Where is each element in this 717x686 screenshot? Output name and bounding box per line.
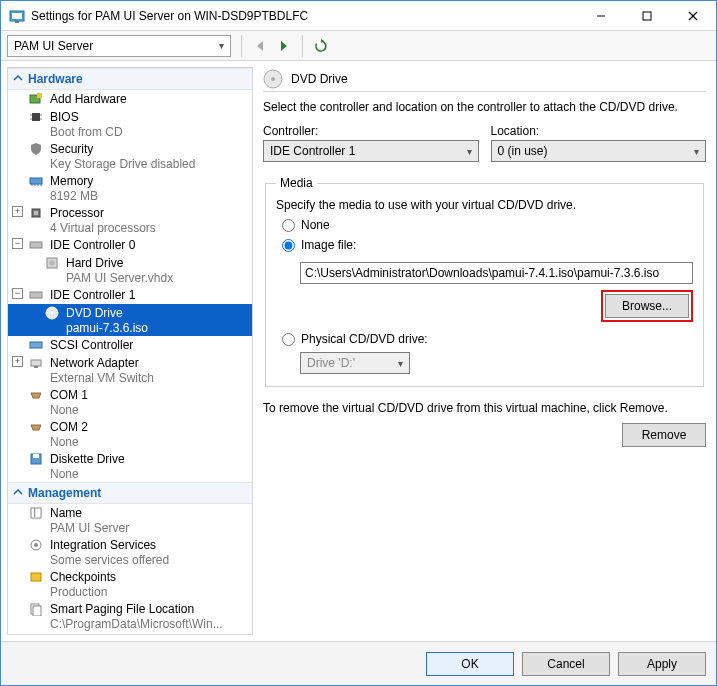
media-group: Media Specify the media to use with your…: [265, 176, 704, 387]
svg-marker-7: [257, 41, 263, 51]
tree-ide1[interactable]: − IDE Controller 1: [8, 286, 252, 304]
tree-checkpoints[interactable]: Checkpoints Production: [8, 568, 252, 600]
svg-rect-30: [30, 342, 42, 348]
nav-forward-button[interactable]: [272, 35, 296, 57]
physical-drive-dropdown: Drive 'D:' ▾: [300, 352, 410, 374]
paging-icon: [28, 601, 44, 617]
disc-icon: [44, 305, 60, 321]
toolbar-separator: [241, 35, 242, 57]
radio-image-input[interactable]: [282, 239, 295, 252]
svg-rect-27: [30, 292, 42, 298]
location-dropdown[interactable]: 0 (in use) ▾: [491, 140, 707, 162]
radio-physical[interactable]: Physical CD/DVD drive:: [282, 332, 693, 346]
tree-paging[interactable]: Smart Paging File Location C:\ProgramDat…: [8, 600, 252, 632]
disc-icon: [263, 69, 283, 89]
tree-com2[interactable]: COM 2 None: [8, 418, 252, 450]
browse-button[interactable]: Browse...: [605, 294, 689, 318]
dialog-footer: OK Cancel Apply: [1, 641, 716, 685]
tree-com1[interactable]: COM 1 None: [8, 386, 252, 418]
collapse-icon[interactable]: −: [12, 288, 23, 299]
window-title: Settings for PAM UI Server on WIN-DSD9PT…: [31, 9, 578, 23]
svg-text:I: I: [33, 506, 36, 520]
tree-memory[interactable]: Memory 8192 MB: [8, 172, 252, 204]
cpu-icon: [28, 205, 44, 221]
close-button[interactable]: [670, 1, 716, 30]
floppy-icon: [28, 451, 44, 467]
image-path-input[interactable]: [300, 262, 693, 284]
titlebar: Settings for PAM UI Server on WIN-DSD9PT…: [1, 1, 716, 31]
refresh-button[interactable]: [309, 35, 333, 57]
collapse-icon[interactable]: −: [12, 238, 23, 249]
remove-description: To remove the virtual CD/DVD drive from …: [263, 401, 706, 415]
vm-selector-combo[interactable]: PAM UI Server ▾: [7, 35, 231, 57]
apply-button[interactable]: Apply: [618, 652, 706, 676]
tree-hard-drive[interactable]: Hard Drive PAM UI Server.vhdx: [8, 254, 252, 286]
serial-port-icon: [28, 419, 44, 435]
services-icon: [28, 537, 44, 553]
shield-icon: [28, 141, 44, 157]
ok-button[interactable]: OK: [426, 652, 514, 676]
chevron-up-icon: [12, 486, 24, 498]
tree-ide0[interactable]: − IDE Controller 0: [8, 236, 252, 254]
svg-point-29: [51, 312, 54, 315]
detail-pane: DVD Drive Select the controller and loca…: [253, 61, 716, 641]
tree-bios[interactable]: BIOS Boot from CD: [8, 108, 252, 140]
controller-dropdown[interactable]: IDE Controller 1 ▾: [263, 140, 479, 162]
svg-rect-24: [30, 242, 42, 248]
tree-security[interactable]: Security Key Storage Drive disabled: [8, 140, 252, 172]
cancel-button[interactable]: Cancel: [522, 652, 610, 676]
chevron-down-icon: ▾: [398, 358, 403, 369]
svg-rect-31: [31, 360, 41, 366]
controller-icon: [28, 287, 44, 303]
toolbar: PAM UI Server ▾: [1, 31, 716, 61]
nav-back-button[interactable]: [248, 35, 272, 57]
settings-window: Settings for PAM UI Server on WIN-DSD9PT…: [0, 0, 717, 686]
remove-button[interactable]: Remove: [622, 423, 706, 447]
tree-dvd-drive[interactable]: DVD Drive pamui-7.3.6.iso: [8, 304, 252, 336]
radio-physical-input[interactable]: [282, 333, 295, 346]
radio-none[interactable]: None: [282, 218, 693, 232]
category-hardware[interactable]: Hardware: [8, 68, 252, 90]
expand-icon[interactable]: +: [12, 206, 23, 217]
expand-icon[interactable]: +: [12, 356, 23, 367]
pane-header: DVD Drive: [263, 69, 706, 92]
minimize-button[interactable]: [578, 1, 624, 30]
tree-diskette[interactable]: Diskette Drive None: [8, 450, 252, 482]
category-management[interactable]: Management: [8, 482, 252, 504]
controller-label: Controller:: [263, 124, 479, 138]
tree-network[interactable]: + Network Adapter External VM Switch: [8, 354, 252, 386]
radio-none-input[interactable]: [282, 219, 295, 232]
svg-rect-23: [34, 211, 38, 215]
tree-processor[interactable]: + Processor 4 Virtual processors: [8, 204, 252, 236]
app-icon: [9, 8, 25, 24]
vm-selector-value: PAM UI Server: [14, 39, 93, 53]
svg-point-26: [49, 260, 55, 266]
chip-icon: [28, 109, 44, 125]
network-icon: [28, 355, 44, 371]
tree-scsi[interactable]: SCSI Controller: [8, 336, 252, 354]
memory-icon: [28, 173, 44, 189]
pane-description: Select the controller and location on th…: [263, 100, 706, 114]
svg-marker-8: [281, 41, 287, 51]
toolbar-separator: [302, 35, 303, 57]
browse-highlight: Browse...: [601, 290, 693, 322]
svg-rect-12: [32, 113, 40, 121]
svg-rect-4: [643, 12, 651, 20]
serial-port-icon: [28, 387, 44, 403]
svg-rect-39: [31, 573, 41, 581]
svg-rect-17: [30, 178, 42, 184]
tree-scroll[interactable]: Hardware Add Hardware BIOS Boot from CD …: [8, 68, 252, 634]
tree-integration[interactable]: Integration Services Some services offer…: [8, 536, 252, 568]
add-hardware-icon: [28, 91, 44, 107]
tree-name[interactable]: I Name PAM UI Server: [8, 504, 252, 536]
controller-icon: [28, 237, 44, 253]
media-description: Specify the media to use with your virtu…: [276, 198, 693, 212]
svg-rect-2: [15, 21, 19, 23]
svg-point-38: [34, 543, 38, 547]
chevron-up-icon: [12, 72, 24, 84]
radio-image[interactable]: Image file:: [282, 238, 693, 252]
tree-add-hardware[interactable]: Add Hardware: [8, 90, 252, 108]
svg-rect-11: [37, 93, 42, 98]
maximize-button[interactable]: [624, 1, 670, 30]
svg-rect-34: [33, 454, 39, 458]
